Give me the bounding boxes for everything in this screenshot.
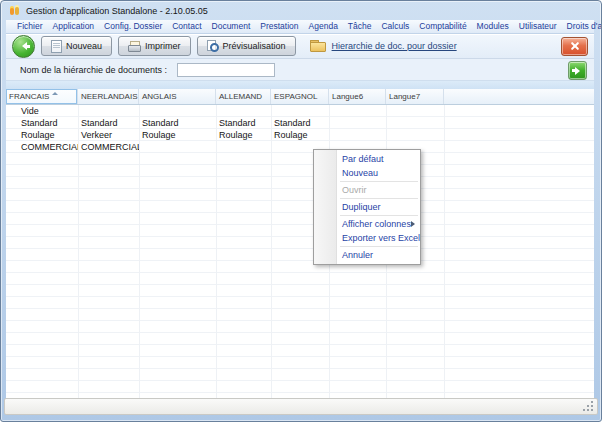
column-header-label: ESPAGNOL — [274, 92, 317, 101]
column-header-label: ANGLAIS — [142, 92, 177, 101]
table-cell: Standard — [271, 117, 329, 129]
resize-grip-icon[interactable] — [583, 401, 593, 411]
grid-header-row: FRANCAISNEERLANDAISANGLAISALLEMANDESPAGN… — [6, 89, 594, 105]
previsualisation-button[interactable]: Prévisualisation — [197, 36, 296, 56]
hierarchy-doc-link[interactable]: Hierarchie de doc. pour dossier — [332, 41, 457, 51]
menu-item-application[interactable]: Application — [48, 20, 100, 33]
submenu-arrow-icon — [411, 221, 415, 227]
context-menu-item-label: Exporter vers Excel — [342, 233, 420, 243]
sort-ascending-icon — [52, 92, 58, 95]
table-cell — [78, 105, 139, 117]
previsualisation-button-label: Prévisualisation — [223, 41, 286, 51]
menu-item-document[interactable]: Document — [207, 20, 256, 33]
imprimer-button-label: Imprimer — [145, 41, 181, 51]
context-menu: Par défautNouveauOuvrirDupliquerAfficher… — [313, 149, 421, 265]
menu-bar: FichierApplicationConfig. DossierContact… — [6, 20, 594, 34]
column-header-filler — [444, 89, 594, 104]
table-cell: Standard — [139, 117, 216, 129]
nouveau-button[interactable]: Nouveau — [41, 36, 112, 56]
hierarchy-name-input[interactable] — [177, 63, 275, 77]
menu-separator — [340, 215, 418, 216]
menu-item-config-dossier[interactable]: Config. Dossier — [99, 20, 167, 33]
menu-separator — [340, 246, 418, 247]
column-header-langue7[interactable]: Langue7 — [386, 89, 444, 104]
menu-item-tache[interactable]: Tâche — [343, 20, 377, 33]
menu-item-comptabilite[interactable]: Comptabilité — [414, 20, 471, 33]
column-header-allemand[interactable]: ALLEMAND — [216, 89, 271, 104]
folder-icon — [310, 40, 326, 52]
app-icon — [9, 5, 21, 17]
menu-item-droits-d-acces[interactable]: Droits d'accès — [562, 20, 602, 33]
menu-item-utilisateur[interactable]: Utilisateur — [514, 20, 562, 33]
window-title: Gestion d'application Standalone - 2.10.… — [26, 6, 208, 16]
context-menu-item-label: Ouvrir — [342, 185, 367, 195]
toolbar: NouveauImprimerPrévisualisation Hierarch… — [6, 34, 594, 59]
table-cell: Verkeer — [78, 129, 139, 141]
filter-bar: Nom de la hiérarchie de documents : — [6, 59, 594, 81]
column-header-label: ALLEMAND — [219, 92, 262, 101]
table-cell: Standard — [78, 117, 139, 129]
hierarchy-name-label: Nom de la hiérarchie de documents : — [20, 65, 167, 75]
table-cell: Roulage — [6, 129, 78, 141]
menu-item-modules[interactable]: Modules — [472, 20, 514, 33]
context-menu-item-label: Par défaut — [342, 154, 384, 164]
table-row[interactable]: Vide — [6, 105, 594, 117]
table-cell — [329, 129, 386, 141]
column-header-francais[interactable]: FRANCAIS — [6, 89, 78, 104]
back-arrow-icon — [18, 42, 30, 50]
context-menu-item-ouvrir: Ouvrir — [314, 183, 420, 197]
menu-separator — [340, 181, 418, 182]
nouveau-button-label: Nouveau — [66, 41, 102, 51]
table-cell — [386, 129, 444, 141]
table-cell: Standard — [6, 117, 78, 129]
go-arrow-icon — [572, 67, 584, 75]
column-header-espagnol[interactable]: ESPAGNOL — [271, 89, 329, 104]
table-cell — [139, 105, 216, 117]
go-button[interactable] — [568, 61, 587, 80]
new-document-icon — [51, 40, 62, 53]
table-cell: Standard — [216, 117, 271, 129]
menu-item-agenda[interactable]: Agenda — [304, 20, 343, 33]
table-cell — [386, 117, 444, 129]
table-row[interactable]: COMMERCIALCOMMERCIAL — [6, 141, 594, 153]
column-header-neerlandais[interactable]: NEERLANDAIS — [78, 89, 139, 104]
table-row[interactable]: StandardStandardStandardStandardStandard — [6, 117, 594, 129]
column-header-anglais[interactable]: ANGLAIS — [139, 89, 216, 104]
column-header-langue6[interactable]: Langue6 — [329, 89, 386, 104]
context-menu-item-label: Afficher colonnes — [342, 219, 411, 229]
context-menu-item-dupliquer[interactable]: Dupliquer — [314, 200, 420, 214]
table-cell: COMMERCIAL — [6, 141, 78, 153]
table-cell — [329, 117, 386, 129]
table-row[interactable]: RoulageVerkeerRoulageRoulageRoulage — [6, 129, 594, 141]
menu-separator — [340, 198, 418, 199]
menu-item-contact[interactable]: Contact — [167, 20, 206, 33]
printer-icon — [128, 41, 141, 52]
menu-item-fichier[interactable]: Fichier — [12, 20, 48, 33]
column-header-label: Langue6 — [332, 92, 363, 101]
column-header-label: Langue7 — [389, 92, 420, 101]
menu-item-prestation[interactable]: Prestation — [255, 20, 303, 33]
close-button[interactable] — [561, 37, 588, 56]
table-cell: Vide — [6, 105, 78, 117]
status-bar — [4, 398, 598, 415]
table-cell — [216, 105, 271, 117]
column-header-label: NEERLANDAIS — [81, 92, 137, 101]
back-button[interactable] — [12, 35, 35, 58]
menu-item-calculs[interactable]: Calculs — [376, 20, 414, 33]
panel-divider — [6, 81, 594, 89]
table-cell: Roulage — [271, 129, 329, 141]
context-menu-item-nouveau[interactable]: Nouveau — [314, 166, 420, 180]
context-menu-item-label: Annuler — [342, 250, 373, 260]
title-bar[interactable]: Gestion d'application Standalone - 2.10.… — [2, 2, 600, 20]
context-menu-item-par-defaut[interactable]: Par défaut — [314, 152, 420, 166]
imprimer-button[interactable]: Imprimer — [118, 36, 191, 56]
language-grid: FRANCAISNEERLANDAISANGLAISALLEMANDESPAGN… — [6, 89, 594, 398]
context-menu-item-exporter-vers-excel[interactable]: Exporter vers Excel — [314, 231, 420, 245]
table-cell — [139, 141, 216, 153]
context-menu-item-annuler[interactable]: Annuler — [314, 248, 420, 262]
table-cell — [271, 105, 329, 117]
table-cell: Roulage — [216, 129, 271, 141]
application-window: Gestion d'application Standalone - 2.10.… — [0, 0, 602, 422]
table-cell: Roulage — [139, 129, 216, 141]
context-menu-item-afficher-colonnes[interactable]: Afficher colonnes — [314, 217, 420, 231]
